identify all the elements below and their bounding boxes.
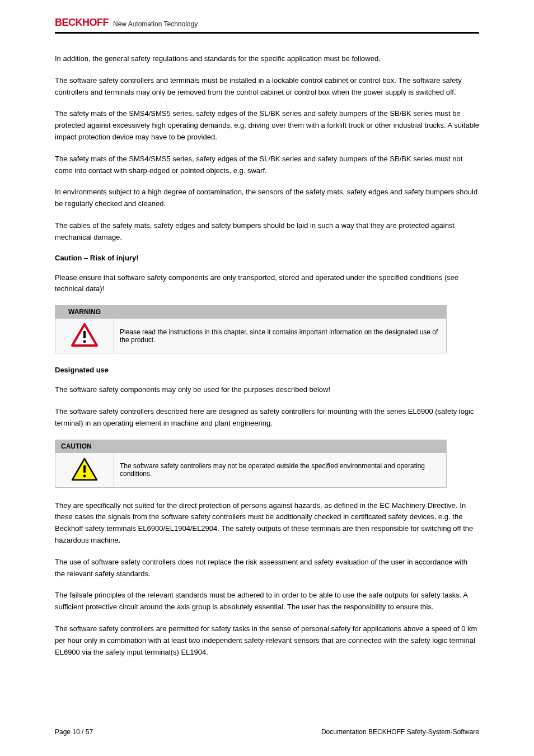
footer-doc-title: Documentation BECKHOFF Safety-System-Sof… xyxy=(321,728,479,736)
warning-body-text: Please read the instructions in this cha… xyxy=(114,319,447,353)
body-para-11: The use of software safety controllers d… xyxy=(55,557,479,580)
body-para-6: The cables of the safety mats, safety ed… xyxy=(55,220,479,244)
brand-tagline: New Automation Technology xyxy=(113,20,198,28)
caution-body-text: The software safety controllers may not … xyxy=(114,452,447,487)
svg-point-2 xyxy=(83,340,86,343)
svg-rect-1 xyxy=(83,331,86,338)
warning-triangle-yellow-icon xyxy=(71,458,98,481)
warning-head-right xyxy=(114,306,447,319)
body-para-12: The failsafe principles of the relevant … xyxy=(55,590,479,613)
page-content: In addition, the general safety regulati… xyxy=(55,53,479,668)
svg-rect-4 xyxy=(83,465,86,473)
page-footer: Page 10 / 57 Documentation BECKHOFF Safe… xyxy=(55,728,479,736)
body-para-4: The safety mats of the SMS4/SMS5 series,… xyxy=(55,153,479,177)
body-para-5: In environments subject to a high degree… xyxy=(55,186,479,210)
caution-icon-cell xyxy=(55,452,114,487)
body-para-2: The software safety controllers and term… xyxy=(55,75,479,99)
brand-name: BECKHOFF xyxy=(55,17,109,29)
warning-icon-cell xyxy=(55,319,114,353)
footer-page-number: Page 10 / 57 xyxy=(55,728,93,736)
body-para-10: They are specifically not suited for the… xyxy=(55,500,479,547)
body-para-3: The safety mats of the SMS4/SMS5 series,… xyxy=(55,108,479,143)
warning-table: WARNING Please read the instructions in … xyxy=(55,305,447,353)
body-para-13: The software safety controllers are perm… xyxy=(55,623,479,658)
caution-head: CAUTION xyxy=(55,440,447,452)
page-header: BECKHOFF New Automation Technology xyxy=(55,17,479,34)
heading-designated-use: Designated use xyxy=(55,366,479,374)
body-para-9: The software safety controllers describe… xyxy=(55,406,479,430)
body-para-7: Please ensure that software safety compo… xyxy=(55,272,479,296)
svg-point-5 xyxy=(83,474,86,477)
warning-head-left: WARNING xyxy=(55,306,114,319)
body-para-8: The software safety components may only … xyxy=(55,384,479,396)
body-para-1: In addition, the general safety regulati… xyxy=(55,53,479,65)
caution-table: CAUTION The software safety controllers … xyxy=(55,440,447,488)
heading-caution: Caution – Risk of injury! xyxy=(55,254,479,262)
warning-triangle-red-icon xyxy=(71,323,98,347)
